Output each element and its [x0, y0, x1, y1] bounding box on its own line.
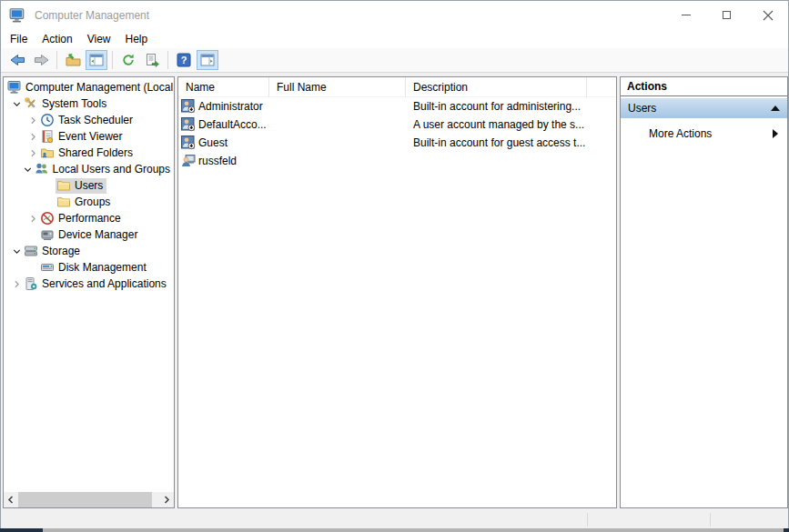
disk-management-icon [40, 260, 55, 275]
tree-item-label: Device Manager [58, 228, 137, 241]
maximize-icon [723, 11, 731, 19]
toolbar-separator [56, 51, 57, 69]
user-disabled-icon [181, 117, 196, 132]
tree-item-label: Services and Applications [42, 277, 167, 290]
tree-item-label: System Tools [42, 97, 106, 110]
close-icon [763, 10, 774, 21]
computer-management-window: Computer Management FileActionViewHelp ? [0, 0, 789, 528]
services-icon [24, 276, 38, 291]
actions-group-users[interactable]: Users [621, 98, 787, 118]
tree-item-event-viewer[interactable]: Event Viewer [4, 128, 174, 145]
refresh-button[interactable] [117, 50, 139, 70]
folder-icon [56, 178, 71, 193]
tree-item-storage[interactable]: Storage [4, 243, 174, 259]
storage-icon [24, 244, 38, 258]
scroll-thumb[interactable] [18, 492, 152, 507]
chevron-right-icon[interactable] [27, 213, 39, 225]
more-actions-item[interactable]: More Actions [621, 125, 787, 142]
help-icon: ? [177, 53, 191, 67]
user-row-defaultacco[interactable]: DefaultAcco...A user account managed by … [178, 115, 616, 134]
scroll-right-arrow[interactable] [159, 492, 174, 507]
show-console-tree-button[interactable] [86, 50, 107, 70]
chevron-down-icon[interactable] [11, 98, 23, 110]
tree-item-local-users-and-groups[interactable]: Local Users and Groups [4, 161, 174, 177]
tree-item-performance[interactable]: Performance [4, 210, 174, 226]
tree-item-task-scheduler[interactable]: Task Scheduler [4, 112, 174, 128]
menu-help[interactable]: Help [118, 30, 156, 48]
tree-item-shared-folders[interactable]: Shared Folders [4, 145, 174, 161]
users-list: AdministratorBuilt-in account for admini… [178, 97, 616, 170]
statusbar-separator [710, 513, 711, 527]
tree-item-groups[interactable]: Groups [4, 194, 174, 210]
tree-item-label: Shared Folders [58, 146, 133, 159]
toolbar-separator [167, 51, 168, 69]
maximize-button[interactable] [706, 1, 747, 29]
column-header-full-name[interactable]: Full Name [269, 77, 406, 97]
users-groups-icon [35, 162, 49, 176]
menu-action[interactable]: Action [35, 30, 79, 48]
tree-item-device-manager[interactable]: Device Manager [4, 226, 174, 243]
chevron-right-icon[interactable] [27, 115, 39, 126]
menu-file[interactable]: File [3, 30, 35, 48]
chevron-right-icon[interactable] [11, 278, 23, 290]
chevron-down-icon[interactable] [22, 164, 34, 176]
menu-view[interactable]: View [80, 30, 118, 48]
user-row-russfeld[interactable]: russfeld [178, 152, 616, 170]
user-name: DefaultAcco... [198, 118, 267, 131]
tree-item-label: Groups [75, 196, 110, 208]
export-list-icon [145, 53, 159, 67]
user-name: Guest [198, 136, 228, 149]
tree-item-services-and-applications[interactable]: Services and Applications [4, 276, 174, 292]
export-list-button[interactable] [141, 50, 163, 70]
computer-management-app-icon [8, 7, 26, 24]
tree-item-computer-management-local[interactable]: Computer Management (Local [4, 79, 174, 95]
tree-item-label: Storage [42, 245, 80, 257]
window-title: Computer Management [35, 9, 149, 22]
user-disabled-icon [181, 99, 196, 114]
shared-folders-icon [40, 146, 55, 160]
more-actions-label: More Actions [649, 127, 712, 140]
action-pane-icon [200, 53, 215, 67]
taskbar-edge-left [0, 528, 43, 532]
chevron-down-icon[interactable] [11, 246, 23, 257]
column-header-description[interactable]: Description [406, 77, 587, 97]
tree-item-disk-management[interactable]: Disk Management [4, 259, 174, 276]
minimize-icon [682, 15, 691, 15]
up-one-level-button[interactable] [62, 50, 84, 70]
chevron-right-icon[interactable] [27, 131, 39, 143]
statusbar-separator [587, 513, 588, 527]
svg-text:?: ? [181, 55, 187, 65]
user-disabled-icon [181, 136, 196, 150]
taskbar-edge-right [784, 528, 789, 532]
column-header-filler [587, 77, 616, 97]
user-icon [181, 154, 196, 168]
system-tools-icon [24, 96, 38, 111]
tree-item-label: Disk Management [58, 261, 147, 274]
back-button[interactable] [6, 50, 28, 70]
menu-bar: FileActionViewHelp [1, 29, 788, 48]
forward-arrow-icon [33, 53, 50, 67]
close-button[interactable] [747, 1, 788, 29]
refresh-icon [121, 53, 136, 67]
actions-pane: Actions Users More Actions [620, 76, 788, 508]
tree-horizontal-scrollbar[interactable] [4, 492, 174, 507]
tree-item-label: Local Users and Groups [53, 163, 170, 176]
folder-up-arrow-icon [66, 53, 81, 67]
tree-item-system-tools[interactable]: System Tools [4, 95, 174, 112]
content-area: Computer Management (LocalSystem ToolsTa… [1, 73, 788, 528]
help-button[interactable]: ? [173, 50, 195, 70]
user-row-administrator[interactable]: AdministratorBuilt-in account for admini… [178, 97, 616, 115]
scroll-left-arrow[interactable] [4, 492, 18, 507]
console-tree-pane: Computer Management (LocalSystem ToolsTa… [3, 76, 175, 508]
show-action-pane-button[interactable] [197, 50, 218, 70]
minimize-button[interactable] [665, 1, 706, 29]
collapse-arrow-icon[interactable] [771, 105, 780, 111]
user-name: Administrator [198, 100, 263, 113]
tree-item-users[interactable]: Users [4, 177, 174, 194]
user-description: A user account managed by the s... [406, 118, 587, 131]
users-list-pane: NameFull NameDescription AdministratorBu… [177, 76, 617, 508]
user-row-guest[interactable]: GuestBuilt-in account for guest access t… [178, 134, 616, 152]
column-header-name[interactable]: Name [178, 77, 269, 97]
forward-button[interactable] [30, 50, 52, 70]
chevron-right-icon[interactable] [27, 147, 39, 159]
